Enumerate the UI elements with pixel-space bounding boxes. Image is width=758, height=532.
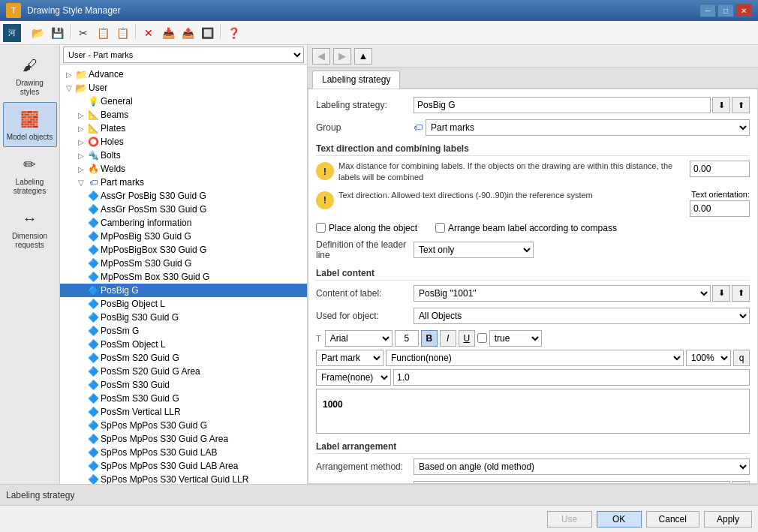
tab-labeling-strategy[interactable]: Labeling strategy	[312, 71, 400, 89]
tree-item-plates[interactable]: ▷ 📐 Plates	[60, 122, 307, 135]
tree-item-welds[interactable]: ▷ 🔥 Welds	[60, 162, 307, 176]
tree-item-advance[interactable]: ▷ 📁 Advance	[60, 68, 307, 81]
tree-item-assgr-possm[interactable]: 🔷 AssGr PosSm S30 Guid G	[60, 203, 307, 216]
use-button[interactable]: Use	[547, 511, 592, 527]
tree-item-sppos-mppos-lab-area[interactable]: 🔷 SpPos MpPos S30 Guid LAB Area	[60, 459, 307, 473]
mppossm-label: MpPosSm S30 Guid G	[101, 258, 191, 269]
arrange-beam-checkbox[interactable]	[435, 223, 445, 233]
group-select[interactable]: Part marks	[426, 119, 750, 136]
italic-button[interactable]: I	[440, 330, 456, 347]
tree-item-sppos-vertical[interactable]: 🔷 SpPos MpPos S30 Vertical Guid LLR	[60, 473, 307, 484]
tree-item-mpposbig[interactable]: 🔷 MpPosBig S30 Guid G	[60, 230, 307, 243]
tree-item-possm-s20[interactable]: 🔷 PosSm S20 Guid G	[60, 351, 307, 365]
tree-item-sppos-mppos-s30[interactable]: 🔷 SpPos MpPos S30 Guid G	[60, 419, 307, 432]
tree-item-mppossm[interactable]: 🔷 MpPosSm S30 Guid G	[60, 257, 307, 270]
close-button[interactable]: ✕	[735, 4, 752, 17]
forward-button[interactable]: ▶	[333, 48, 351, 65]
bold-button[interactable]: B	[421, 330, 438, 347]
tree-toggle-bolts[interactable]: ▷	[75, 149, 87, 161]
tree-item-holes[interactable]: ▷ ⭕ Holes	[60, 135, 307, 149]
tree-item-possm-s30[interactable]: 🔷 PosSm S30 Guid	[60, 378, 307, 392]
tree-item-mppossmbox[interactable]: 🔷 MpPosSm Box S30 Guid G	[60, 270, 307, 284]
tree-toggle-part-marks[interactable]: ▽	[75, 176, 87, 188]
font-name-select[interactable]: Arial	[325, 330, 393, 347]
content-of-label-select[interactable]: PosBig "1001"	[414, 285, 711, 302]
title-bar: T Drawing Style Manager ─ □ ✕	[0, 0, 758, 21]
tree-item-sppos-mppos-lab[interactable]: 🔷 SpPos MpPos S30 Guid LAB	[60, 446, 307, 459]
labeling-strategy-btn2[interactable]: ⬆	[732, 97, 750, 113]
frame-select[interactable]: Frame(none)	[316, 369, 391, 386]
q-button[interactable]: q	[733, 350, 750, 366]
tree-toggle-advance[interactable]: ▷	[63, 68, 75, 80]
tree-item-possm-vertical[interactable]: 🔷 PosSm Vertical LLR	[60, 405, 307, 419]
right-panel-toolbar: ◀ ▶ ▲	[308, 45, 758, 68]
tree-item-user[interactable]: ▽ 📂 User	[60, 81, 307, 95]
tree-item-sppos-mppos-area[interactable]: 🔷 SpPos MpPos S30 Guid G Area	[60, 432, 307, 446]
toolbar-cut-btn[interactable]: ✂	[74, 24, 92, 42]
minimize-button[interactable]: ─	[699, 4, 716, 17]
used-for-object-select[interactable]: All Objects	[414, 308, 750, 324]
tree-item-mpposbigbox[interactable]: 🔷 MpPosBigBox S30 Guid G	[60, 243, 307, 257]
place-along-checkbox[interactable]	[316, 223, 326, 233]
sidebar-item-model-objects[interactable]: 🧱 Model objects	[3, 102, 57, 147]
back-button[interactable]: ◀	[312, 48, 330, 65]
toolbar-view-btn[interactable]: 🔲	[198, 24, 216, 42]
underline-button[interactable]: U	[459, 330, 475, 347]
tree-toggle-user[interactable]: ▽	[63, 82, 75, 94]
tree-item-possm-g[interactable]: 🔷 PosSm G	[60, 324, 307, 338]
tree-item-assgr-posbig[interactable]: 🔷 AssGr PosBig S30 Guid G	[60, 189, 307, 203]
tree-item-part-marks[interactable]: ▽ 🏷 Part marks	[60, 176, 307, 189]
tree-item-cambering[interactable]: 🔷 Cambering information	[60, 216, 307, 230]
tree-item-possm-object-l[interactable]: 🔷 PosSm Object L	[60, 338, 307, 351]
up-button[interactable]: ▲	[354, 48, 372, 65]
toolbar-paste-btn[interactable]: 📋	[113, 24, 131, 42]
drawing-styles-icon: 🖌	[18, 53, 42, 77]
tree-item-bolts[interactable]: ▷ 🔩 Bolts	[60, 149, 307, 162]
toolbar-open-btn[interactable]: 📂	[29, 24, 47, 42]
sidebar-item-labeling[interactable]: ✏ Labeling strategies	[3, 147, 57, 201]
sidebar-item-drawing-styles[interactable]: 🖌 Drawing styles	[3, 48, 57, 102]
content-btn1[interactable]: ⬇	[712, 285, 730, 302]
frame-value-input[interactable]	[393, 369, 750, 386]
default-select[interactable]: true	[489, 330, 542, 347]
leader-line-select[interactable]: Text only	[414, 242, 534, 258]
toolbar-save-btn[interactable]: 💾	[48, 24, 66, 42]
tree-toggle-plates[interactable]: ▷	[75, 122, 87, 134]
tree-toggle-welds[interactable]: ▷	[75, 163, 87, 175]
toolbar-help-btn[interactable]: ❓	[224, 24, 242, 42]
labeling-icon: ✏	[18, 152, 42, 176]
tree-item-possm-s20-area[interactable]: 🔷 PosSm S20 Guid G Area	[60, 365, 307, 378]
max-distance-input[interactable]	[690, 161, 750, 177]
tree-item-posbig-s30[interactable]: 🔷 PosBig S30 Guid G	[60, 311, 307, 324]
font-size-input[interactable]	[395, 330, 419, 347]
percent-select[interactable]: 100%	[686, 350, 731, 366]
function-none-select[interactable]: Function(none)	[386, 350, 684, 366]
arrangement-method-label: Arrangement method:	[316, 461, 414, 472]
advance-label: Advance	[89, 69, 124, 80]
cancel-button[interactable]: Cancel	[646, 511, 699, 527]
ok-button[interactable]: OK	[597, 511, 642, 527]
arrangement-method-select[interactable]: Based on angle (old method)	[414, 458, 750, 475]
toolbar-export-btn[interactable]: 📤	[179, 24, 197, 42]
content-btn2[interactable]: ⬆	[732, 285, 750, 302]
tree-dropdown[interactable]: User - Part marks Standard - Part marks	[63, 47, 304, 63]
tree-item-possm-s30-g[interactable]: 🔷 PosSm S30 Guid G	[60, 392, 307, 405]
labeling-strategy-btn1[interactable]: ⬇	[712, 97, 730, 113]
toolbar-import-btn[interactable]: 📥	[159, 24, 177, 42]
tree-item-posbig-g[interactable]: 🔷 PosBig G	[60, 284, 307, 297]
apply-button[interactable]: Apply	[704, 511, 752, 527]
tree-item-posbig-object-l[interactable]: 🔷 PosBig Object L	[60, 297, 307, 311]
tree-toggle-beams[interactable]: ▷	[75, 109, 87, 121]
default-checkbox[interactable]	[477, 333, 487, 343]
tree-item-general[interactable]: 💡 General	[60, 95, 307, 108]
preview-text: 1000	[323, 399, 343, 410]
tree-item-beams[interactable]: ▷ 📐 Beams	[60, 108, 307, 122]
toolbar-copy-btn[interactable]: 📋	[94, 24, 112, 42]
sidebar-item-dimension[interactable]: ↔ Dimension requests	[3, 201, 57, 255]
tree-toggle-holes[interactable]: ▷	[75, 136, 87, 148]
maximize-button[interactable]: □	[717, 4, 734, 17]
part-mark-select[interactable]: Part mark	[316, 350, 384, 366]
toolbar-delete-btn[interactable]: ✕	[140, 24, 158, 42]
labeling-strategy-input[interactable]	[414, 97, 711, 113]
text-orientation-input[interactable]	[690, 200, 750, 217]
